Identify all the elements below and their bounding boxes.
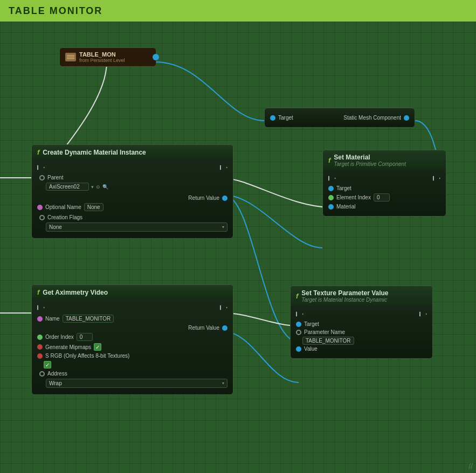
node-tablemon: TABLE_MON from Persistent Level <box>59 47 156 67</box>
createdmi-flags-select[interactable]: None ▾ <box>46 222 227 232</box>
createdmi-exec-in[interactable] <box>37 164 45 171</box>
tablemon-name: TABLE_MON <box>79 51 125 58</box>
createdmi-optname-label: Optional Name <box>45 204 81 210</box>
settexture-exec-in[interactable] <box>296 310 303 318</box>
createdmi-optname-value[interactable]: None <box>84 203 104 211</box>
createdmi-exec-out[interactable] <box>220 164 227 171</box>
svg-rect-3 <box>67 58 74 59</box>
createdmi-optname-row: Optional Name None <box>35 203 230 211</box>
getaxvideo-address-pin[interactable] <box>39 371 45 377</box>
corner-marker: // <box>468 462 473 471</box>
settexture-target-row: Target <box>294 321 429 327</box>
getaxvideo-orderidx-value[interactable]: 0 <box>77 333 93 341</box>
getaxvideo-mipmaps-pin[interactable] <box>37 344 43 350</box>
getaxvideo-address-dropdown[interactable]: Wrap ▾ <box>46 379 227 388</box>
getaxvideo-mipmaps-row: Generate Mipmaps ✓ <box>35 343 230 351</box>
createdmi-parent-dropdown[interactable]: ▾ <box>91 184 94 190</box>
setmaterial-elemidx-value[interactable]: 0 <box>374 193 390 201</box>
getaxvideo-mipmaps-checkbox[interactable]: ✓ <box>94 343 101 351</box>
setmaterial-material-pin[interactable] <box>328 204 334 210</box>
createdmi-flags-arrow: ▾ <box>222 225 224 229</box>
getaxvideo-name-value[interactable]: TABLE_MONITOR <box>63 315 114 323</box>
createdmi-flags-section: Creation Flags None ▾ <box>37 214 227 232</box>
settexture-func-icon: f <box>296 292 298 300</box>
settexture-subtitle: Target is Material Instance Dynamic <box>301 297 388 303</box>
getaxvideo-return-label: Return Value <box>188 325 219 331</box>
tablemon-output-pin[interactable] <box>153 54 159 60</box>
settexture-exec-row <box>294 310 429 318</box>
settexture-header: f Set Texture Parameter Value Target is … <box>291 286 432 306</box>
setmaterial-elemidx-row: Element Index 0 <box>326 193 443 201</box>
node-staticmesh: Target Static Mesh Component <box>264 108 415 128</box>
setmaterial-material-row: Material <box>326 204 443 210</box>
getaxvideo-return-pin[interactable] <box>222 325 227 331</box>
settexture-paramname-pin[interactable] <box>296 330 301 335</box>
getaxvideo-srgb-checkbox[interactable]: ✓ <box>44 361 51 368</box>
setmaterial-target-pin[interactable] <box>328 186 334 191</box>
settexture-paramname-row: Parameter Name <box>294 329 429 335</box>
getaxvideo-address-value: Wrap <box>49 380 62 386</box>
getaxvideo-name-pin[interactable] <box>37 316 43 322</box>
createdmi-parent-value[interactable]: AxiScreen02 <box>46 183 89 191</box>
getaxvideo-header: f Get Aximmetry Video <box>32 285 233 300</box>
node-getaxvideo: f Get Aximmetry Video Name TABLE_MONITOR… <box>31 284 233 395</box>
setmaterial-elemidx-pin[interactable] <box>328 195 334 200</box>
getaxvideo-mipmaps-label: Generate Mipmaps <box>45 344 91 350</box>
staticmesh-value-label: Static Mesh Component <box>343 115 401 121</box>
setmaterial-title: Set Material <box>334 154 406 161</box>
createdmi-func-icon: f <box>37 148 39 156</box>
node-settexture: f Set Texture Parameter Value Target is … <box>290 286 433 359</box>
getaxvideo-body: Name TABLE_MONITOR Return Value Order In… <box>32 300 233 394</box>
createdmi-parent-minus[interactable]: ⊖ <box>96 184 100 190</box>
getaxvideo-exec-out[interactable] <box>220 304 227 311</box>
getaxvideo-orderidx-row: Order Index 0 <box>35 333 230 341</box>
createdmi-parent-pin[interactable] <box>39 175 45 180</box>
staticmesh-output-pin[interactable] <box>404 115 409 121</box>
settexture-value-pin[interactable] <box>296 346 301 352</box>
title-bar-text: TABLE MONITOR <box>9 5 102 17</box>
getaxvideo-name-label: Name <box>45 316 60 322</box>
getaxvideo-srgb-section: S RGB (Only Affects 8-bit Textures) ✓ <box>35 353 230 368</box>
tablemon-subtitle: from Persistent Level <box>79 58 125 63</box>
createdmi-return-pin[interactable] <box>222 196 227 201</box>
createdmi-flags-dropdown[interactable]: None ▾ <box>46 222 227 232</box>
settexture-paramname-section: Parameter Name TABLE_MONITOR <box>294 329 429 344</box>
getaxvideo-orderidx-pin[interactable] <box>37 335 43 340</box>
settexture-target-label: Target <box>304 321 319 327</box>
settexture-paramname-value[interactable]: TABLE_MONITOR <box>302 337 354 345</box>
staticmesh-target-pin[interactable] <box>270 115 275 121</box>
settexture-target-pin[interactable] <box>296 322 301 327</box>
setmaterial-exec-in[interactable] <box>328 175 336 182</box>
settexture-paramname-input-wrap: TABLE_MONITOR <box>302 337 429 344</box>
getaxvideo-func-icon: f <box>37 288 39 296</box>
getaxvideo-name-row: Name TABLE_MONITOR <box>35 315 230 323</box>
createdmi-return-label: Return Value <box>188 195 219 201</box>
settexture-paramname-label: Parameter Name <box>304 329 345 335</box>
title-bar: TABLE MONITOR <box>0 0 476 22</box>
getaxvideo-return-row: Return Value <box>35 325 230 331</box>
getaxvideo-orderidx-label: Order Index <box>45 334 74 340</box>
createdmi-return-row: Return Value <box>35 195 230 201</box>
getaxvideo-exec-in[interactable] <box>37 304 45 311</box>
getaxvideo-srgb-checkbox-row: ✓ <box>44 361 230 368</box>
createdmi-optname-pin[interactable] <box>37 205 43 210</box>
getaxvideo-srgb-pin[interactable] <box>37 353 43 359</box>
createdmi-parent-section: Parent AxiScreen02 ▾ ⊖ 🔍 <box>37 175 230 191</box>
createdmi-flags-value: None <box>49 224 62 230</box>
createdmi-body: Parent AxiScreen02 ▾ ⊖ 🔍 Return Value Op… <box>32 159 233 238</box>
setmaterial-header: f Set Material Target is Primitive Compo… <box>323 150 446 170</box>
setmaterial-exec-row <box>326 175 443 182</box>
getaxvideo-srgb-row: S RGB (Only Affects 8-bit Textures) <box>35 353 230 359</box>
setmaterial-exec-out[interactable] <box>433 175 440 182</box>
getaxvideo-address-select[interactable]: Wrap ▾ <box>46 379 227 388</box>
setmaterial-body: Target Element Index 0 Material <box>323 170 446 216</box>
setmaterial-target-row: Target <box>326 185 443 191</box>
createdmi-flags-pin[interactable] <box>39 215 45 220</box>
createdmi-parent-search[interactable]: 🔍 <box>102 184 108 190</box>
svg-rect-2 <box>67 57 74 58</box>
setmaterial-material-label: Material <box>336 204 356 210</box>
createdmi-exec-row <box>35 164 230 171</box>
getaxvideo-address-arrow: ▾ <box>222 381 224 386</box>
settexture-exec-out[interactable] <box>419 310 427 318</box>
getaxvideo-address-label: Address <box>47 371 67 377</box>
